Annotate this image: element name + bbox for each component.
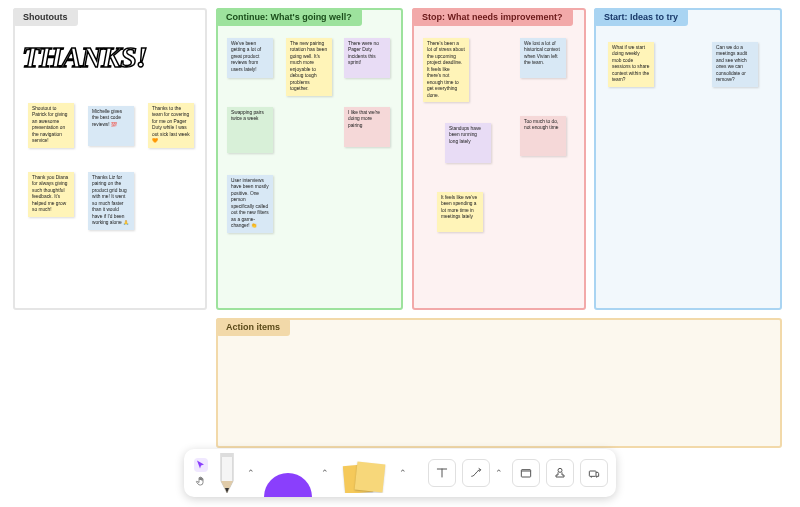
sticky-note[interactable]: There's been a lot of stress about the u… xyxy=(423,38,469,102)
svg-rect-6 xyxy=(589,471,596,476)
draw-tool[interactable] xyxy=(216,453,238,493)
svg-rect-3 xyxy=(221,453,233,457)
column-header-continue[interactable]: Continue: What's going well? xyxy=(216,8,362,26)
sticky-note[interactable]: What if we start doing weekly mob code s… xyxy=(608,42,654,87)
shape-tool-options[interactable]: ⌃ xyxy=(318,466,332,480)
column-header-stop[interactable]: Stop: What needs improvement? xyxy=(412,8,573,26)
select-tool-group xyxy=(192,458,210,488)
connector-tool-options[interactable]: ⌃ xyxy=(492,466,506,480)
sticky-note[interactable]: Thank you Diana for always giving such t… xyxy=(28,172,74,217)
sticky-note[interactable]: Too much to do, not enough time xyxy=(520,116,566,156)
sticky-note[interactable]: It feels like we've been spending a lot … xyxy=(437,192,483,232)
sticky-note[interactable]: User interviews have been mostly positiv… xyxy=(227,175,273,233)
whiteboard-canvas[interactable]: Shoutouts Continue: What's going well? S… xyxy=(0,0,800,507)
sticky-tool-options[interactable]: ⌃ xyxy=(396,466,410,480)
sticky-note[interactable]: We've been getting a lot of great produc… xyxy=(227,38,273,78)
more-tools[interactable] xyxy=(580,459,608,487)
frame-tool[interactable] xyxy=(512,459,540,487)
sticky-note[interactable]: We lost a lot of historical context when… xyxy=(520,38,566,78)
sticky-note[interactable]: Michelle gives the best code reviews! 💯 xyxy=(88,106,134,146)
column-header-ideas[interactable]: Start: Ideas to try xyxy=(594,8,688,26)
cursor-tool[interactable] xyxy=(194,458,208,472)
column-action-items: Action items xyxy=(216,318,782,448)
connector-tool[interactable] xyxy=(462,459,490,487)
text-tool[interactable] xyxy=(428,459,456,487)
column-header-shoutouts[interactable]: Shoutouts xyxy=(13,8,78,26)
sticky-note[interactable]: Can we do a meetings audit and see which… xyxy=(712,42,758,87)
draw-tool-options[interactable]: ⌃ xyxy=(244,466,258,480)
stamp-tool[interactable] xyxy=(546,459,574,487)
sticky-note[interactable]: I like that we're doing more pairing xyxy=(344,107,390,147)
hero-thanks-text[interactable]: THANKS! xyxy=(22,40,202,74)
column-header-action-items[interactable]: Action items xyxy=(216,318,290,336)
sticky-note[interactable]: Standups have been running long lately xyxy=(445,123,491,163)
sticky-tool[interactable] xyxy=(338,453,390,493)
sticky-note[interactable]: The new pairing rotation has been going … xyxy=(286,38,332,96)
sticky-note[interactable]: Thanks to the team for covering for me o… xyxy=(148,103,194,148)
main-toolbar: ⌃ ⌃ ⌃ ⌃ xyxy=(184,449,616,497)
svg-point-5 xyxy=(558,468,562,472)
sticky-note[interactable]: Swapping pairs twice a week xyxy=(227,107,273,153)
hand-tool[interactable] xyxy=(194,474,208,488)
sticky-note[interactable]: Thanks Liz for pairing on the product gr… xyxy=(88,172,134,230)
sticky-note[interactable]: Shoutout to Patrick for giving an awesom… xyxy=(28,103,74,148)
sticky-note[interactable]: There were no Pager Duty incidents this … xyxy=(344,38,390,78)
shape-tool[interactable] xyxy=(264,449,312,497)
